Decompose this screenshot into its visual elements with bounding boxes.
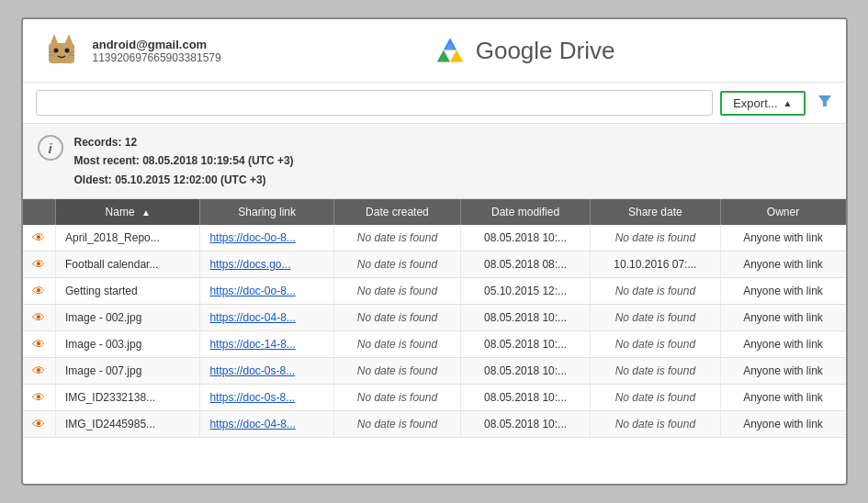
user-id: 113920697665903381579 <box>93 51 221 64</box>
row-owner: Anyone with link <box>720 385 845 411</box>
row-share-date: No date is found <box>591 358 720 385</box>
row-date-created: No date is found <box>333 278 460 305</box>
row-name: Getting started <box>56 278 200 305</box>
main-window: android@gmail.com 113920697665903381579 … <box>21 17 848 486</box>
funnel-icon <box>817 93 833 109</box>
eye-icon[interactable]: 👁 <box>32 230 45 245</box>
file-table: Name ▲ Sharing link Date created Date mo… <box>23 199 846 438</box>
filter-icon[interactable] <box>817 93 833 114</box>
info-icon: i <box>38 135 63 161</box>
row-name: Image - 002.jpg <box>56 305 200 331</box>
row-date-modified: 08.05.2018 10:... <box>460 358 590 385</box>
sort-arrow-icon: ▲ <box>141 207 151 218</box>
col-owner[interactable]: Owner <box>720 199 845 225</box>
row-date-created: No date is found <box>333 305 460 331</box>
row-eye-icon[interactable]: 👁 <box>23 252 56 278</box>
user-email: android@gmail.com <box>93 38 221 51</box>
table-row: 👁April_2018_Repo...https://doc-0o-8...No… <box>23 225 846 252</box>
export-arrow-icon: ▲ <box>783 98 793 108</box>
row-owner: Anyone with link <box>720 305 845 331</box>
col-icon <box>23 199 56 225</box>
user-info-section: android@gmail.com 113920697665903381579 <box>41 30 221 71</box>
row-eye-icon[interactable]: 👁 <box>23 358 56 385</box>
eye-icon[interactable]: 👁 <box>32 337 45 352</box>
svg-marker-14 <box>818 95 831 106</box>
row-date-modified: 08.05.2018 08:... <box>460 252 590 278</box>
export-button[interactable]: Export... ▲ <box>720 91 805 116</box>
eye-icon[interactable]: 👁 <box>32 363 45 378</box>
records-count: 12 <box>125 136 137 149</box>
row-date-created: No date is found <box>333 331 460 358</box>
eye-icon[interactable]: 👁 <box>32 284 45 298</box>
row-sharing-link[interactable]: https://doc-0s-8... <box>200 385 334 411</box>
row-sharing-link[interactable]: https://doc-04-8... <box>200 411 334 438</box>
table-row: 👁Football calendar...https://docs.go...N… <box>23 252 846 278</box>
row-date-modified: 08.05.2018 10:... <box>460 225 590 252</box>
row-name: April_2018_Repo... <box>56 225 200 252</box>
row-share-date: No date is found <box>591 278 720 305</box>
eye-icon[interactable]: 👁 <box>32 390 45 405</box>
most-recent-label: Most recent: <box>74 154 140 167</box>
row-name: Image - 003.jpg <box>56 331 200 358</box>
col-date-modified[interactable]: Date modified <box>460 199 590 225</box>
export-label: Export... <box>733 96 777 110</box>
row-owner: Anyone with link <box>720 225 845 252</box>
row-sharing-link[interactable]: https://doc-0o-8... <box>200 225 334 252</box>
row-date-created: No date is found <box>333 252 460 278</box>
row-date-modified: 08.05.2018 10:... <box>460 385 590 411</box>
row-sharing-link[interactable]: https://docs.go... <box>200 252 334 278</box>
eye-icon[interactable]: 👁 <box>32 310 45 325</box>
row-share-date: No date is found <box>591 305 720 331</box>
row-date-created: No date is found <box>333 385 460 411</box>
table-row: 👁Getting startedhttps://doc-0o-8...No da… <box>23 278 846 305</box>
row-eye-icon[interactable]: 👁 <box>23 305 56 331</box>
eye-icon[interactable]: 👁 <box>32 257 45 272</box>
svg-marker-11 <box>436 50 449 61</box>
row-sharing-link[interactable]: https://doc-14-8... <box>200 331 334 358</box>
row-eye-icon[interactable]: 👁 <box>23 278 56 305</box>
row-name: Image - 007.jpg <box>56 358 200 385</box>
row-sharing-link[interactable]: https://doc-0s-8... <box>200 358 334 385</box>
oldest-label: Oldest: <box>74 173 112 186</box>
svg-rect-0 <box>49 43 74 63</box>
row-eye-icon[interactable]: 👁 <box>23 225 56 252</box>
svg-point-4 <box>64 49 69 53</box>
row-name: Football calendar... <box>56 252 200 278</box>
file-table-wrapper: Name ▲ Sharing link Date created Date mo… <box>23 199 846 438</box>
avatar <box>41 30 82 71</box>
user-details: android@gmail.com 113920697665903381579 <box>93 38 221 64</box>
row-share-date: No date is found <box>591 225 720 252</box>
most-recent-value: 08.05.2018 10:19:54 (UTC +3) <box>142 154 293 167</box>
row-owner: Anyone with link <box>720 358 845 385</box>
app-branding: Google Drive <box>434 36 615 65</box>
col-share-date[interactable]: Share date <box>591 199 720 225</box>
row-sharing-link[interactable]: https://doc-0o-8... <box>200 278 334 305</box>
svg-marker-12 <box>450 50 463 61</box>
row-share-date: 10.10.2016 07:... <box>591 252 720 278</box>
col-date-created[interactable]: Date created <box>333 199 460 225</box>
row-eye-icon[interactable]: 👁 <box>23 385 56 411</box>
row-sharing-link[interactable]: https://doc-04-8... <box>200 305 334 331</box>
row-date-modified: 08.05.2018 10:... <box>460 331 590 358</box>
row-eye-icon[interactable]: 👁 <box>23 331 56 358</box>
row-name: IMG_ID2332138... <box>56 385 200 411</box>
col-sharing-link[interactable]: Sharing link <box>200 199 334 225</box>
col-name[interactable]: Name ▲ <box>56 199 200 225</box>
app-title: Google Drive <box>476 37 615 65</box>
row-name: IMG_ID2445985... <box>56 411 200 438</box>
row-share-date: No date is found <box>591 411 720 438</box>
table-row: 👁Image - 003.jpghttps://doc-14-8...No da… <box>23 331 846 358</box>
toolbar: Export... ▲ <box>23 83 846 124</box>
row-date-modified: 05.10.2015 12:... <box>460 278 590 305</box>
table-row: 👁Image - 002.jpghttps://doc-04-8...No da… <box>23 305 846 331</box>
row-date-modified: 08.05.2018 10:... <box>460 411 590 438</box>
row-date-created: No date is found <box>333 358 460 385</box>
records-label: Records: <box>74 136 122 149</box>
info-text: Records: 12 Most recent: 08.05.2018 10:1… <box>74 133 294 189</box>
search-input[interactable] <box>36 90 714 116</box>
svg-point-3 <box>53 49 58 53</box>
svg-marker-2 <box>65 34 73 43</box>
row-eye-icon[interactable]: 👁 <box>23 411 56 438</box>
table-row: 👁IMG_ID2332138...https://doc-0s-8...No d… <box>23 385 846 411</box>
eye-icon[interactable]: 👁 <box>32 417 45 431</box>
